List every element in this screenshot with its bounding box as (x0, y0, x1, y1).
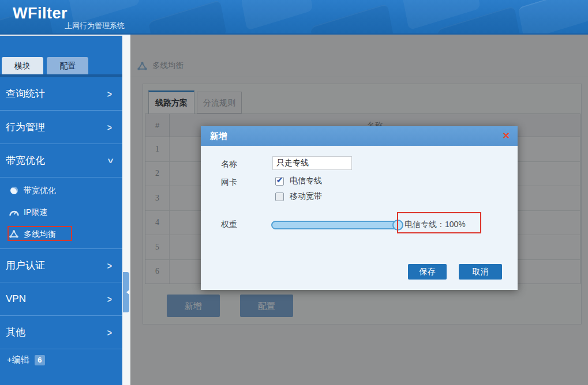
checkbox-icon[interactable] (275, 192, 284, 201)
sidebar-item-behavior-mgmt[interactable]: 行为管理 > (0, 111, 122, 144)
weight-value-label: 电信专线：100% (405, 220, 466, 230)
sidebar-gutter (122, 35, 130, 385)
sidebar-menu: 查询统计 > 行为管理 > 带宽优化 > 带宽优化 (0, 77, 122, 349)
wfilter-app: WFilter 上网行为管理系统 模块 配置 查询统计 > 行为管理 > 带宽优… (0, 0, 588, 385)
checkbox-label: 移动宽带 (290, 191, 322, 202)
checkbox-icon[interactable] (275, 177, 284, 186)
sidebar-submenu-bandwidth: 带宽优化 IP限速 多线均衡 (0, 178, 122, 249)
sidebar-subitem-bandwidth-opt[interactable]: 带宽优化 (0, 179, 122, 201)
app-header: WFilter 上网行为管理系统 (0, 0, 588, 35)
add-dialog: 新增 ✕ 名称 网卡 电信专线 移动宽带 权重 电信专线：100% 保存 取消 (201, 126, 518, 290)
sidebar-item-label: 查询统计 (6, 88, 45, 99)
sidebar-item-label: 带宽优化 (6, 155, 45, 166)
checkbox-mobile-broadband[interactable]: 移动宽带 (275, 191, 322, 202)
sidebar-item-label: 行为管理 (6, 122, 45, 133)
sidebar-item-query-stats[interactable]: 查询统计 > (0, 77, 122, 111)
slider-handle[interactable] (392, 220, 403, 231)
sidebar-subitem-label: 带宽优化 (24, 179, 56, 201)
sidebar-tab-config[interactable]: 配置 (47, 57, 88, 74)
dialog-titlebar: 新增 ✕ (201, 126, 518, 146)
sidebar-tab-bar: 模块 配置 (2, 57, 89, 74)
speed-gauge-icon (9, 207, 19, 217)
sidebar-subitem-label: 多线均衡 (24, 223, 56, 245)
sidebar-subitem-multiline-balance[interactable]: 多线均衡 (0, 223, 122, 245)
close-icon[interactable]: ✕ (503, 126, 510, 146)
checkbox-telecom-line[interactable]: 电信专线 (275, 176, 322, 186)
app-logo-subtitle: 上网行为管理系统 (65, 21, 125, 31)
sidebar-collapse-handle[interactable] (123, 272, 129, 312)
chevron-right-icon: > (107, 107, 112, 148)
sidebar-tab-modules[interactable]: 模块 (2, 57, 43, 74)
edit-count-badge: 6 (35, 355, 45, 365)
sidebar-item-label: VPN (6, 293, 26, 304)
sidebar: 模块 配置 查询统计 > 行为管理 > 带宽优化 > 带宽优化 (0, 36, 122, 385)
app-logo: WFilter (13, 5, 68, 22)
chevron-right-icon: > (107, 312, 112, 353)
sidebar-edit-button[interactable]: +编辑 6 (7, 354, 45, 365)
sidebar-item-bandwidth-opt[interactable]: 带宽优化 > (0, 144, 122, 178)
bandwidth-circle-icon (9, 185, 19, 195)
weight-slider[interactable] (271, 221, 403, 229)
weight-field-label: 权重 (221, 220, 237, 230)
sidebar-item-vpn[interactable]: VPN > (0, 282, 122, 316)
multiline-triangle-icon (9, 229, 19, 239)
dialog-title: 新增 (210, 126, 227, 146)
name-field-label: 名称 (221, 159, 237, 169)
sidebar-item-label: 用户认证 (6, 260, 45, 271)
name-input[interactable] (272, 156, 352, 170)
cancel-button[interactable]: 取消 (459, 264, 502, 280)
sidebar-item-user-auth[interactable]: 用户认证 > (0, 249, 122, 282)
sidebar-subitem-label: IP限速 (24, 201, 47, 223)
sidebar-subitem-ip-limit[interactable]: IP限速 (0, 201, 122, 223)
nic-field-label: 网卡 (221, 178, 237, 188)
save-button[interactable]: 保存 (408, 264, 447, 280)
sidebar-item-other[interactable]: 其他 > (0, 316, 122, 349)
sidebar-edit-label: +编辑 (7, 354, 29, 365)
checkbox-label: 电信专线 (290, 176, 322, 186)
sidebar-item-label: 其他 (6, 327, 25, 338)
